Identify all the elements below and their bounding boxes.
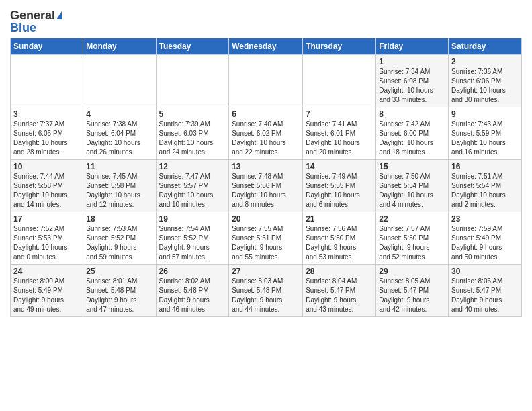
calendar-cell: 6Sunrise: 7:40 AM Sunset: 6:02 PM Daylig… bbox=[229, 107, 303, 160]
calendar-cell: 8Sunrise: 7:42 AM Sunset: 6:00 PM Daylig… bbox=[376, 107, 449, 160]
day-info: Sunrise: 7:51 AM Sunset: 5:54 PM Dayligh… bbox=[451, 172, 519, 210]
calendar-cell: 13Sunrise: 7:48 AM Sunset: 5:56 PM Dayli… bbox=[229, 160, 303, 212]
logo-blue-text: Blue bbox=[10, 21, 36, 34]
day-number: 24 bbox=[13, 267, 80, 276]
calendar-header-row: SundayMondayTuesdayWednesdayThursdayFrid… bbox=[11, 38, 522, 55]
day-number: 5 bbox=[159, 109, 226, 119]
day-info: Sunrise: 7:38 AM Sunset: 6:04 PM Dayligh… bbox=[86, 120, 152, 157]
day-number: 11 bbox=[86, 162, 152, 171]
day-info: Sunrise: 8:03 AM Sunset: 5:48 PM Dayligh… bbox=[232, 277, 300, 314]
calendar-cell: 27Sunrise: 8:03 AM Sunset: 5:48 PM Dayli… bbox=[229, 265, 303, 317]
column-header-friday: Friday bbox=[376, 38, 449, 55]
calendar-cell: 28Sunrise: 8:04 AM Sunset: 5:47 PM Dayli… bbox=[303, 265, 376, 317]
day-info: Sunrise: 7:59 AM Sunset: 5:49 PM Dayligh… bbox=[451, 224, 519, 262]
calendar-cell: 11Sunrise: 7:45 AM Sunset: 5:58 PM Dayli… bbox=[83, 160, 156, 212]
day-number: 10 bbox=[13, 162, 80, 171]
day-number: 1 bbox=[379, 57, 445, 66]
calendar-cell: 3Sunrise: 7:37 AM Sunset: 6:05 PM Daylig… bbox=[11, 107, 83, 160]
logo-general-text: General bbox=[10, 9, 55, 21]
day-number: 19 bbox=[159, 214, 226, 224]
day-number: 14 bbox=[306, 162, 373, 171]
day-info: Sunrise: 7:49 AM Sunset: 5:55 PM Dayligh… bbox=[306, 172, 373, 210]
day-number: 4 bbox=[86, 109, 152, 119]
day-info: Sunrise: 8:00 AM Sunset: 5:49 PM Dayligh… bbox=[13, 277, 80, 314]
day-number: 2 bbox=[451, 57, 519, 66]
day-number: 18 bbox=[86, 214, 152, 224]
day-number: 29 bbox=[379, 267, 445, 276]
page-header: General Blue bbox=[10, 7, 522, 34]
calendar-cell: 9Sunrise: 7:43 AM Sunset: 5:59 PM Daylig… bbox=[449, 107, 522, 160]
day-number: 16 bbox=[451, 162, 519, 171]
calendar-cell: 20Sunrise: 7:55 AM Sunset: 5:51 PM Dayli… bbox=[229, 212, 303, 265]
day-info: Sunrise: 7:54 AM Sunset: 5:52 PM Dayligh… bbox=[159, 224, 226, 262]
day-info: Sunrise: 7:53 AM Sunset: 5:52 PM Dayligh… bbox=[86, 224, 152, 262]
day-info: Sunrise: 7:52 AM Sunset: 5:53 PM Dayligh… bbox=[13, 224, 80, 262]
column-header-thursday: Thursday bbox=[303, 38, 376, 55]
day-info: Sunrise: 7:39 AM Sunset: 6:03 PM Dayligh… bbox=[159, 120, 226, 157]
column-header-sunday: Sunday bbox=[11, 38, 83, 55]
day-info: Sunrise: 7:56 AM Sunset: 5:50 PM Dayligh… bbox=[306, 224, 373, 262]
calendar-cell bbox=[229, 55, 303, 107]
day-number: 21 bbox=[306, 214, 373, 224]
calendar-cell: 18Sunrise: 7:53 AM Sunset: 5:52 PM Dayli… bbox=[83, 212, 156, 265]
calendar-cell: 29Sunrise: 8:05 AM Sunset: 5:47 PM Dayli… bbox=[376, 265, 449, 317]
calendar-cell: 5Sunrise: 7:39 AM Sunset: 6:03 PM Daylig… bbox=[156, 107, 229, 160]
calendar-cell: 19Sunrise: 7:54 AM Sunset: 5:52 PM Dayli… bbox=[156, 212, 229, 265]
calendar-week-row: 3Sunrise: 7:37 AM Sunset: 6:05 PM Daylig… bbox=[11, 107, 522, 160]
calendar-cell bbox=[156, 55, 229, 107]
day-number: 22 bbox=[379, 214, 445, 224]
day-info: Sunrise: 7:40 AM Sunset: 6:02 PM Dayligh… bbox=[232, 120, 300, 157]
day-number: 6 bbox=[232, 109, 300, 119]
calendar-cell: 24Sunrise: 8:00 AM Sunset: 5:49 PM Dayli… bbox=[11, 265, 83, 317]
day-info: Sunrise: 8:05 AM Sunset: 5:47 PM Dayligh… bbox=[379, 277, 445, 314]
day-info: Sunrise: 7:37 AM Sunset: 6:05 PM Dayligh… bbox=[13, 120, 80, 157]
day-number: 13 bbox=[232, 162, 300, 171]
day-info: Sunrise: 8:04 AM Sunset: 5:47 PM Dayligh… bbox=[306, 277, 373, 314]
calendar-cell: 15Sunrise: 7:50 AM Sunset: 5:54 PM Dayli… bbox=[376, 160, 449, 212]
calendar-week-row: 10Sunrise: 7:44 AM Sunset: 5:58 PM Dayli… bbox=[11, 160, 522, 212]
column-header-wednesday: Wednesday bbox=[229, 38, 303, 55]
column-header-tuesday: Tuesday bbox=[156, 38, 229, 55]
day-number: 15 bbox=[379, 162, 445, 171]
day-number: 17 bbox=[13, 214, 80, 224]
day-info: Sunrise: 8:06 AM Sunset: 5:47 PM Dayligh… bbox=[451, 277, 519, 314]
day-info: Sunrise: 7:57 AM Sunset: 5:50 PM Dayligh… bbox=[379, 224, 445, 262]
day-info: Sunrise: 7:55 AM Sunset: 5:51 PM Dayligh… bbox=[232, 224, 300, 262]
day-info: Sunrise: 7:34 AM Sunset: 6:08 PM Dayligh… bbox=[379, 67, 445, 105]
column-header-saturday: Saturday bbox=[449, 38, 522, 55]
calendar-cell bbox=[303, 55, 376, 107]
day-info: Sunrise: 8:02 AM Sunset: 5:48 PM Dayligh… bbox=[159, 277, 226, 314]
day-info: Sunrise: 7:44 AM Sunset: 5:58 PM Dayligh… bbox=[13, 172, 80, 210]
day-info: Sunrise: 7:41 AM Sunset: 6:01 PM Dayligh… bbox=[306, 120, 373, 157]
calendar-cell: 2Sunrise: 7:36 AM Sunset: 6:06 PM Daylig… bbox=[449, 55, 522, 107]
day-info: Sunrise: 7:45 AM Sunset: 5:58 PM Dayligh… bbox=[86, 172, 152, 210]
day-number: 23 bbox=[451, 214, 519, 224]
calendar-cell: 26Sunrise: 8:02 AM Sunset: 5:48 PM Dayli… bbox=[156, 265, 229, 317]
day-number: 3 bbox=[13, 109, 80, 119]
calendar-cell: 16Sunrise: 7:51 AM Sunset: 5:54 PM Dayli… bbox=[449, 160, 522, 212]
calendar-cell: 10Sunrise: 7:44 AM Sunset: 5:58 PM Dayli… bbox=[11, 160, 83, 212]
day-info: Sunrise: 7:50 AM Sunset: 5:54 PM Dayligh… bbox=[379, 172, 445, 210]
calendar-cell: 12Sunrise: 7:47 AM Sunset: 5:57 PM Dayli… bbox=[156, 160, 229, 212]
calendar-week-row: 1Sunrise: 7:34 AM Sunset: 6:08 PM Daylig… bbox=[11, 55, 522, 107]
calendar-cell: 21Sunrise: 7:56 AM Sunset: 5:50 PM Dayli… bbox=[303, 212, 376, 265]
day-number: 20 bbox=[232, 214, 300, 224]
day-number: 28 bbox=[306, 267, 373, 276]
calendar-cell bbox=[11, 55, 83, 107]
day-number: 8 bbox=[379, 109, 445, 119]
logo-icon bbox=[56, 11, 62, 19]
day-info: Sunrise: 7:43 AM Sunset: 5:59 PM Dayligh… bbox=[451, 120, 519, 157]
day-info: Sunrise: 7:48 AM Sunset: 5:56 PM Dayligh… bbox=[232, 172, 300, 210]
day-number: 25 bbox=[86, 267, 152, 276]
day-info: Sunrise: 7:42 AM Sunset: 6:00 PM Dayligh… bbox=[379, 120, 445, 157]
day-number: 26 bbox=[159, 267, 226, 276]
calendar-cell: 25Sunrise: 8:01 AM Sunset: 5:48 PM Dayli… bbox=[83, 265, 156, 317]
calendar-cell: 7Sunrise: 7:41 AM Sunset: 6:01 PM Daylig… bbox=[303, 107, 376, 160]
day-number: 7 bbox=[306, 109, 373, 119]
calendar-cell: 23Sunrise: 7:59 AM Sunset: 5:49 PM Dayli… bbox=[449, 212, 522, 265]
column-header-monday: Monday bbox=[83, 38, 156, 55]
calendar-week-row: 17Sunrise: 7:52 AM Sunset: 5:53 PM Dayli… bbox=[11, 212, 522, 265]
calendar-cell: 17Sunrise: 7:52 AM Sunset: 5:53 PM Dayli… bbox=[11, 212, 83, 265]
day-number: 30 bbox=[451, 267, 519, 276]
calendar-cell: 1Sunrise: 7:34 AM Sunset: 6:08 PM Daylig… bbox=[376, 55, 449, 107]
